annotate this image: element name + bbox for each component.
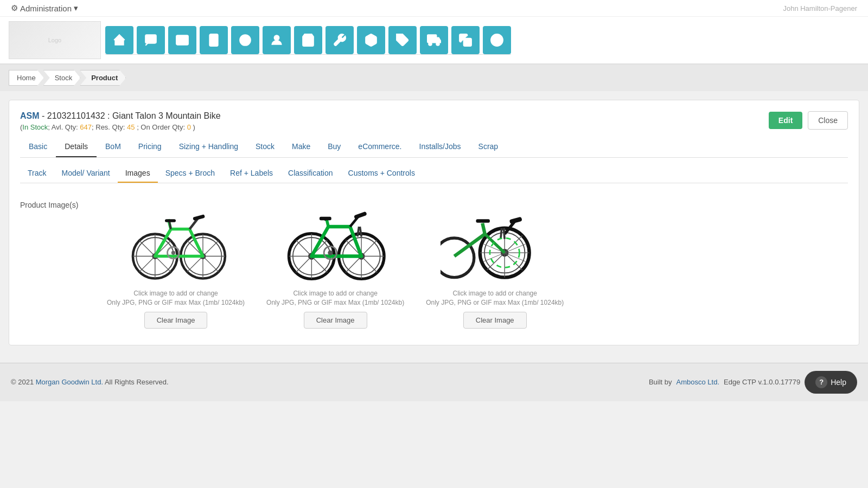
image-3[interactable] [435, 195, 554, 285]
close-button[interactable]: Close [808, 111, 848, 130]
image-item-2: Click image to add or change Only JPG, P… [266, 195, 404, 329]
footer-copyright: © 2021 [11, 378, 36, 386]
subtab-specs[interactable]: Specs + Broch [158, 164, 222, 183]
avl-label: ; Avl. Qty: [48, 123, 78, 131]
svg-point-44 [171, 251, 175, 254]
chat-button[interactable] [137, 26, 165, 54]
gear-icon: ⚙ [11, 3, 18, 13]
clock-button[interactable] [231, 26, 259, 54]
breadcrumb-home[interactable]: Home [9, 70, 44, 86]
wrench-button[interactable] [326, 26, 354, 54]
tab-sizing[interactable]: Sizing + Handling [170, 137, 247, 157]
svg-rect-40 [165, 219, 176, 222]
tab-buy[interactable]: Buy [319, 137, 349, 157]
svg-point-7 [275, 35, 279, 40]
user-info: John Hamilton-Pagener [783, 4, 857, 12]
tab-basic[interactable]: Basic [20, 137, 56, 157]
tab-bom[interactable]: BoM [97, 137, 130, 157]
breadcrumb-product[interactable]: Product [80, 70, 126, 86]
product-subtitle: (In Stock; Avl. Qty: 647; Res. Qty: 45 ;… [20, 123, 221, 131]
product-name: - 210321101432 : Giant Talon 3 Mountain … [42, 111, 221, 120]
product-images-section: Product Image(s) [20, 190, 848, 334]
tab-make[interactable]: Make [283, 137, 319, 157]
subtab-model-variant[interactable]: Model/ Variant [54, 164, 117, 183]
subtab-customs[interactable]: Customs + Controls [341, 164, 423, 183]
svg-line-83 [482, 223, 485, 234]
image-2-caption-line2: Only JPG, PNG or GIF max Max (1mb/ 1024k… [266, 298, 404, 307]
help-label: Help [831, 378, 846, 387]
subtab-ref-labels[interactable]: Ref + Labels [222, 164, 280, 183]
clear-image-button-2[interactable]: Clear Image [304, 312, 367, 329]
breadcrumb-stock[interactable]: Stock [43, 70, 81, 86]
cart-button[interactable] [294, 26, 322, 54]
image-1[interactable] [116, 195, 235, 285]
clear-image-button-3[interactable]: Clear Image [463, 312, 527, 329]
svg-rect-86 [509, 216, 522, 224]
notes-button[interactable] [200, 26, 228, 54]
asm-label: ASM [20, 111, 40, 120]
tab-details[interactable]: Details [56, 137, 97, 157]
footer-built-by-pre: Built by [649, 378, 672, 386]
tab-stock[interactable]: Stock [247, 137, 283, 157]
svg-point-13 [436, 42, 439, 45]
edit-button[interactable]: Edit [769, 112, 802, 129]
svg-rect-14 [464, 38, 471, 46]
main-content: ASM - 210321101432 : Giant Talon 3 Mount… [0, 91, 868, 354]
subtab-classification[interactable]: Classification [280, 164, 340, 183]
image-item-1: Click image to add or change Only JPG, P… [107, 195, 245, 329]
tab-pricing[interactable]: Pricing [130, 137, 170, 157]
main-tabs-container: Basic Details BoM Pricing Sizing + Handl… [20, 137, 848, 158]
tab-installs[interactable]: Installs/Jobs [411, 137, 470, 157]
clear-image-button-1[interactable]: Clear Image [144, 312, 208, 329]
icon-logo-row: Logo [0, 17, 868, 63]
in-stock-link[interactable]: In Stock [22, 123, 48, 131]
mail-button[interactable] [168, 26, 196, 54]
subtab-track[interactable]: Track [20, 164, 54, 183]
footer-company-link[interactable]: Morgan Goodwin Ltd. [36, 378, 103, 386]
res-qty: 45 [127, 123, 135, 131]
svg-point-16 [495, 37, 500, 42]
card-info: ASM - 210321101432 : Giant Talon 3 Mount… [20, 111, 221, 131]
card-header: ASM - 210321101432 : Giant Talon 3 Mount… [20, 111, 848, 131]
main-tabs: Basic Details BoM Pricing Sizing + Handl… [20, 137, 848, 157]
svg-line-87 [504, 228, 505, 239]
image-3-caption: Click image to add or change Only JPG, P… [426, 289, 564, 307]
svg-rect-84 [476, 219, 490, 222]
admin-menu[interactable]: ⚙ Administration ▾ [11, 3, 78, 13]
product-title: ASM - 210321101432 : Giant Talon 3 Mount… [20, 111, 221, 121]
tab-ecommerce[interactable]: eCommerce. [349, 137, 410, 157]
footer-built-by-link[interactable]: Ambosco Ltd. [676, 378, 720, 386]
card-actions: Edit Close [769, 111, 848, 130]
breadcrumb: Home Stock Product [0, 65, 868, 91]
tag-button[interactable] [388, 26, 417, 54]
svg-rect-11 [427, 35, 436, 42]
footer-left: © 2021 Morgan Goodwin Ltd. All Rights Re… [11, 378, 169, 386]
home-button[interactable] [105, 26, 133, 54]
footer-version: Edge CTP v.1.0.0.17779 [724, 378, 800, 386]
svg-point-12 [429, 42, 431, 45]
image-2[interactable] [276, 195, 395, 285]
svg-line-88 [501, 228, 502, 239]
person-button[interactable] [263, 26, 291, 54]
subtab-images[interactable]: Images [118, 164, 158, 183]
box-button[interactable] [357, 26, 385, 54]
tab-scrap[interactable]: Scrap [470, 137, 507, 157]
image-3-caption-line1: Click image to add or change [426, 289, 564, 298]
svg-rect-42 [193, 214, 205, 221]
logo: Logo [9, 21, 101, 59]
footer-right: Built by Ambosco Ltd. Edge CTP v.1.0.0.1… [649, 371, 857, 394]
help-circle-icon: ? [815, 376, 827, 388]
order-label: ; On Order Qty: [135, 123, 185, 131]
copy-button[interactable] [451, 26, 480, 54]
res-label: ; Res. Qty: [92, 123, 125, 131]
truck-button[interactable] [420, 26, 448, 54]
help-button[interactable]: ? Help [805, 371, 857, 394]
admin-row: ⚙ Administration ▾ John Hamilton-Pagener [0, 0, 868, 17]
admin-label-text: Administration [20, 4, 72, 13]
lifesaver-button[interactable] [483, 26, 511, 54]
avl-qty: 647 [80, 123, 92, 131]
subtitle-post: ) [191, 123, 195, 131]
svg-rect-64 [320, 216, 331, 220]
image-1-caption: Click image to add or change Only JPG, P… [107, 289, 245, 307]
product-card: ASM - 210321101432 : Giant Talon 3 Mount… [9, 100, 859, 345]
